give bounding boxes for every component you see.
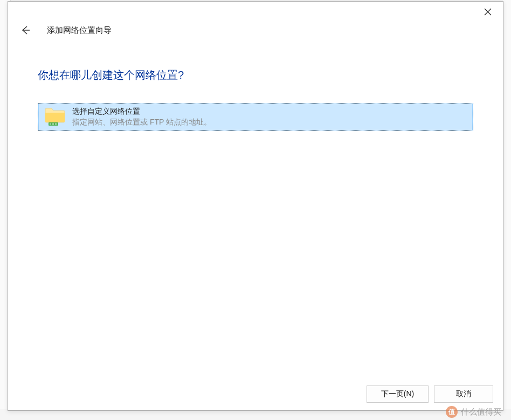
- question-heading: 你想在哪儿创建这个网络位置?: [38, 68, 473, 82]
- watermark: 值 什么值得买: [446, 406, 501, 418]
- background-right: [503, 0, 511, 420]
- watermark-icon: 值: [446, 406, 458, 418]
- svg-rect-5: [52, 123, 54, 125]
- dialog-footer: 下一页(N) 取消: [8, 378, 503, 410]
- folder-network-icon: [44, 107, 66, 127]
- next-button[interactable]: 下一页(N): [367, 385, 429, 403]
- watermark-text: 什么值得买: [461, 407, 501, 417]
- back-arrow-icon: [20, 25, 31, 36]
- dialog-content: 你想在哪儿创建这个网络位置? 选择自定义网络位置 指定网站、网络位置或: [8, 44, 503, 378]
- svg-rect-4: [50, 123, 51, 125]
- option-description: 指定网站、网络位置或 FTP 站点的地址。: [72, 118, 211, 127]
- option-title: 选择自定义网络位置: [72, 107, 211, 116]
- cancel-button[interactable]: 取消: [434, 385, 493, 403]
- option-list: 选择自定义网络位置 指定网站、网络位置或 FTP 站点的地址。: [38, 103, 473, 131]
- svg-rect-6: [55, 123, 57, 125]
- close-icon: [484, 8, 492, 16]
- background-bottom: [0, 409, 511, 420]
- custom-network-location-option[interactable]: 选择自定义网络位置 指定网站、网络位置或 FTP 站点的地址。: [38, 104, 473, 130]
- dialog-header: 添加网络位置向导: [8, 17, 503, 44]
- dialog-title: 添加网络位置向导: [47, 25, 112, 36]
- back-button[interactable]: [19, 24, 32, 37]
- wizard-dialog: 添加网络位置向导 你想在哪儿创建这个网络位置? 选择自定义网络位置: [8, 1, 503, 411]
- option-text: 选择自定义网络位置 指定网站、网络位置或 FTP 站点的地址。: [72, 107, 211, 127]
